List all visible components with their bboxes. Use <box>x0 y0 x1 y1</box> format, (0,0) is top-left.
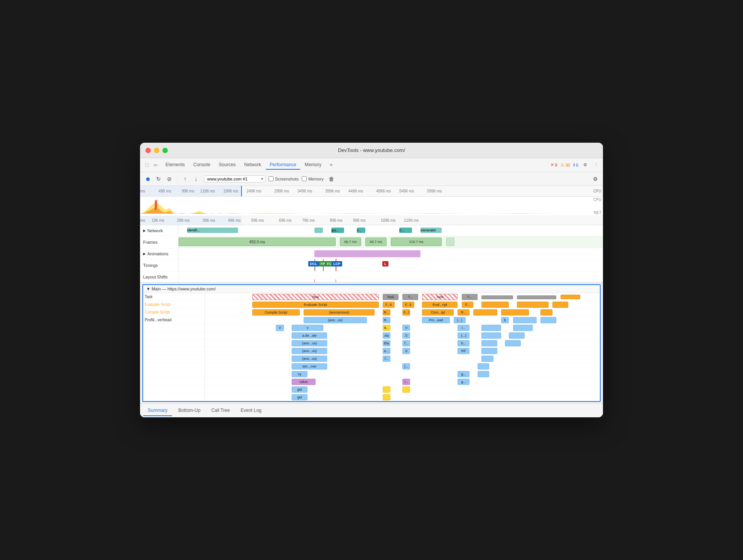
bar7-5[interactable] <box>481 340 497 346</box>
bar7-4[interactable]: b... <box>458 340 469 346</box>
error-badge[interactable]: ✕ 8 <box>550 162 557 167</box>
bar10-2[interactable]: (... <box>402 363 410 369</box>
bar5-6[interactable] <box>481 325 501 331</box>
tab-console[interactable]: Console <box>189 160 214 170</box>
maximize-button[interactable] <box>162 148 168 153</box>
device-icon[interactable]: ▭ <box>152 161 159 169</box>
bar7-2[interactable]: Bla <box>383 340 390 346</box>
compile-bar-1[interactable]: Compile Script <box>252 309 300 315</box>
url-select[interactable]: www.youtube.com #1 <box>204 175 265 182</box>
eval-bar-4[interactable]: Eval...ript <box>422 302 458 308</box>
compile-bar-9[interactable] <box>540 309 552 315</box>
warning-badge[interactable]: ⚠ 30 <box>561 162 570 167</box>
record-button[interactable]: ⏺ <box>143 174 152 184</box>
garbage-collect-icon[interactable]: 🗑 <box>327 174 336 184</box>
task-bar-1[interactable]: Task <box>252 294 379 300</box>
bar13-3[interactable] <box>402 386 410 393</box>
bar5-4[interactable]: V <box>402 325 410 331</box>
bar11-1[interactable]: cy <box>292 371 307 377</box>
bar7-6[interactable] <box>505 340 521 346</box>
bar6-4[interactable]: (...) <box>458 332 469 339</box>
tab-more[interactable]: » <box>326 160 336 170</box>
bar5-5[interactable]: i... <box>458 325 469 331</box>
network-expand-icon[interactable]: ▶ <box>143 229 146 233</box>
minimize-button[interactable] <box>154 148 159 153</box>
bar12-1[interactable]: value <box>292 379 315 385</box>
eval-bar-8[interactable] <box>552 302 568 308</box>
bar13-2[interactable] <box>383 386 390 393</box>
compile-bar-5[interactable]: Com...ipt <box>422 309 454 315</box>
eval-bar-1[interactable]: Evaluate Script <box>252 302 379 308</box>
profiling-bar-7[interactable] <box>540 317 556 323</box>
bar12-2[interactable]: i... <box>402 379 410 385</box>
profiling-bar-1[interactable]: (ano...us) <box>304 317 367 323</box>
bar6-2[interactable]: xla <box>383 332 390 339</box>
more-icon[interactable]: ⋮ <box>592 161 600 169</box>
compile-bar-3[interactable]: R... <box>383 309 390 315</box>
task-bar-8[interactable] <box>561 295 580 299</box>
settings-performance-icon[interactable]: ⚙ <box>591 174 600 184</box>
close-button[interactable] <box>145 148 151 153</box>
info-badge[interactable]: ℹ 6 <box>573 162 578 167</box>
compile-bar-4[interactable]: F...l <box>402 309 410 315</box>
profiling-bar-5[interactable]: b <box>501 317 509 323</box>
bar7-1[interactable]: (ano...us) <box>292 340 327 346</box>
memory-checkbox[interactable] <box>302 176 307 181</box>
task-bar-5[interactable]: T... <box>462 294 478 300</box>
reload-button[interactable]: ↻ <box>154 174 163 184</box>
bar6-5[interactable] <box>481 332 501 339</box>
bar6-6[interactable] <box>509 332 525 339</box>
clear-button[interactable]: ⊘ <box>165 174 174 184</box>
settings-icon[interactable]: ⚙ <box>581 161 589 169</box>
bar10-1[interactable]: win...mer <box>292 363 327 369</box>
screenshots-checkbox[interactable] <box>268 176 274 181</box>
eval-bar-7[interactable] <box>517 302 549 308</box>
bar11-3[interactable] <box>478 371 490 377</box>
compile-bar-7[interactable] <box>473 309 497 315</box>
bar10-3[interactable] <box>478 363 490 369</box>
profiling-bar-4[interactable]: (...) <box>454 317 466 323</box>
inspect-icon[interactable]: ⬚ <box>143 161 151 169</box>
bar8-5[interactable] <box>481 348 497 354</box>
tab-summary[interactable]: Summary <box>143 405 172 416</box>
tab-network[interactable]: Network <box>240 160 265 170</box>
download-button[interactable]: ↓ <box>191 174 201 184</box>
tab-memory[interactable]: Memory <box>301 160 325 170</box>
bar14-2[interactable] <box>383 394 390 400</box>
tab-performance[interactable]: Performance <box>266 160 300 170</box>
bar13-1[interactable]: get <box>292 386 307 393</box>
bar8-4[interactable]: RF <box>458 348 469 354</box>
bar9-3[interactable] <box>481 356 493 362</box>
compile-bar-8[interactable] <box>501 309 529 315</box>
task-bar-4[interactable]: Task <box>422 294 458 300</box>
bar5-1[interactable]: V <box>276 325 284 331</box>
tab-elements[interactable]: Elements <box>162 160 189 170</box>
bar7-3[interactable]: f... <box>402 340 410 346</box>
bar8-2[interactable]: e... <box>383 348 390 354</box>
task-bar-6[interactable] <box>481 295 513 299</box>
tab-call-tree[interactable]: Call Tree <box>207 405 235 416</box>
bar8-1[interactable]: (ano...us) <box>292 348 327 354</box>
animations-expand-icon[interactable]: ▶ <box>143 252 146 256</box>
compile-bar-6[interactable]: R... <box>458 309 469 315</box>
eval-bar-5[interactable]: F... <box>462 302 474 308</box>
bar5-7[interactable] <box>513 325 533 331</box>
eval-bar-3[interactable]: F...k <box>402 302 414 308</box>
profiling-bar-3[interactable]: Pro...ead <box>422 317 450 323</box>
task-bar-2[interactable]: Task <box>383 294 399 300</box>
bar14-1[interactable]: get <box>292 394 307 400</box>
bar6-1[interactable]: a.de...ate <box>292 332 327 339</box>
task-bar-7[interactable] <box>517 295 556 299</box>
memory-checkbox-label[interactable]: Memory <box>302 176 324 181</box>
bar11-2[interactable]: g... <box>458 371 469 377</box>
profiling-bar-2[interactable]: R... <box>383 317 390 323</box>
eval-bar-6[interactable] <box>481 302 509 308</box>
bar5-2[interactable]: v <box>292 325 323 331</box>
tab-bottom-up[interactable]: Bottom-Up <box>174 405 205 416</box>
bar5-3[interactable]: $... <box>383 325 390 331</box>
tab-sources[interactable]: Sources <box>215 160 240 170</box>
screenshots-checkbox-label[interactable]: Screenshots <box>268 176 299 181</box>
bar12-3[interactable]: g... <box>458 379 469 385</box>
task-bar-3[interactable]: T... <box>402 294 418 300</box>
bar6-3[interactable]: S <box>402 332 410 339</box>
